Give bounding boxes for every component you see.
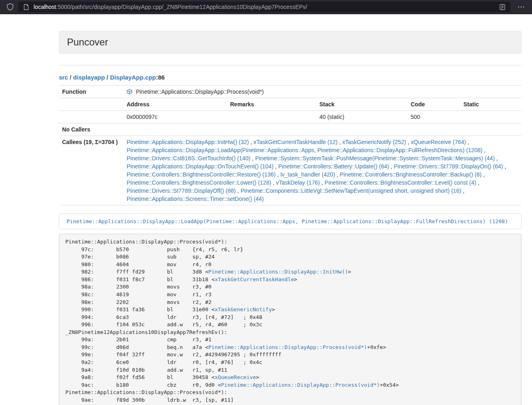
- code-symbol-link[interactable]: xQueueReceive: [215, 374, 256, 380]
- callee-separator: ,: [250, 155, 255, 162]
- callee-link[interactable]: Pinetime::Controllers::BrightnessControl…: [127, 179, 271, 186]
- static-value: [460, 111, 521, 123]
- breadcrumb-separator: /: [105, 74, 110, 81]
- callee-separator: ,: [335, 171, 340, 178]
- callee-separator: ,: [461, 187, 465, 194]
- callee-separator: ,: [271, 179, 276, 186]
- callee-separator: ,: [482, 147, 486, 153]
- function-row: Function Pinetime::Applications::Display…: [59, 86, 521, 98]
- browser-chrome: localhost:5000/path/src/displayapp/Displ…: [0, 0, 532, 14]
- callee-link[interactable]: Pinetime::Drivers::St7789::DisplayOn() (…: [394, 163, 503, 170]
- callee-link[interactable]: Pinetime::Controllers::Battery::Update()…: [278, 163, 389, 170]
- symbol-table: Function Pinetime::Applications::Display…: [59, 85, 521, 205]
- function-name: Pinetime::Applications::DisplayApp::Proc…: [136, 88, 264, 95]
- no-callers-label: No Callers: [59, 123, 123, 136]
- function-label: Function: [59, 86, 123, 98]
- callees-row: Callees (19, Σ=3704 ) Pinetime::Applicat…: [59, 136, 521, 205]
- callee-separator: ,: [466, 139, 469, 145]
- metrics-header-row: Address Remarks Stack Code Static: [59, 98, 521, 111]
- no-callers-cell: [123, 123, 521, 136]
- callee-separator: ,: [389, 163, 394, 170]
- code-symbol-link[interactable]: Pinetime::Applications::DisplayApp::Init…: [208, 269, 348, 275]
- no-callers-row: No Callers: [59, 123, 521, 136]
- url-path: :5000/path/src/displayapp/DisplayApp.cpp…: [56, 4, 307, 10]
- code-symbol-link[interactable]: Pinetime::Applications::DisplayApp::Proc…: [208, 344, 367, 350]
- breadcrumb-link-src[interactable]: src: [59, 74, 68, 81]
- column-header-static: Static: [460, 98, 521, 111]
- breadcrumb: src / displayapp / DisplayApp.cpp:86: [59, 73, 521, 82]
- callee-link[interactable]: xTaskGetCurrentTaskHandle (12): [254, 139, 338, 145]
- code-symbol-link[interactable]: Pinetime::Applications::DisplayApp::Proc…: [221, 382, 380, 388]
- page-container: Puncover src / displayapp / DisplayApp.c…: [59, 31, 521, 405]
- function-cell: Pinetime::Applications::DisplayApp::Proc…: [123, 86, 521, 98]
- callee-link[interactable]: Pinetime::Applications::Screens::Timer::…: [127, 196, 264, 202]
- callee-link[interactable]: Pinetime::Drivers::Cst816S::GetTouchInfo…: [127, 155, 250, 162]
- remarks-value: [227, 111, 316, 123]
- callee-link[interactable]: Pinetime::Applications::DisplayApp::Load…: [127, 147, 482, 153]
- callee-link[interactable]: xTaskGenericNotify (252): [342, 139, 406, 145]
- stack-value: 40 (static): [316, 111, 407, 123]
- ellipsis-menu-icon[interactable]: ⋯: [514, 3, 528, 11]
- callee-link[interactable]: Pinetime::Applications::DisplayApp::Init…: [127, 139, 249, 145]
- page-title: Puncover: [67, 37, 108, 47]
- url-text: localhost:5000/path/src/displayapp/Displ…: [34, 4, 495, 10]
- divider: [59, 65, 521, 65]
- callee-separator: ,: [476, 179, 479, 186]
- callee-separator: ,: [249, 139, 254, 145]
- metrics-value-row: 0x0000097c 40 (static) 500: [59, 111, 521, 123]
- highlighted-symbol-link[interactable]: Pinetime::Applications::DisplayApp::Load…: [67, 218, 508, 224]
- code-symbol-link[interactable]: xTaskGetCurrentTaskHandle: [215, 276, 294, 282]
- page-icon: [22, 4, 30, 10]
- code-value: 500: [407, 111, 460, 123]
- url-bar[interactable]: localhost:5000/path/src/displayapp/Displ…: [18, 2, 510, 12]
- breadcrumb-separator: /: [68, 74, 73, 81]
- callee-link[interactable]: Pinetime::Applications::DisplayApp::OnTo…: [127, 163, 274, 170]
- metrics-value-spacer: [59, 111, 123, 123]
- callee-separator: ,: [495, 155, 498, 162]
- metrics-header-spacer: [59, 98, 123, 111]
- breadcrumb-link-file[interactable]: DisplayApp.cpp: [110, 74, 156, 81]
- callee-link[interactable]: Pinetime::Controllers::BrightnessControl…: [340, 171, 481, 178]
- callee-link[interactable]: Pinetime::Components::LittleVgl::SetNewT…: [241, 187, 461, 194]
- callee-link[interactable]: Pinetime::Controllers::BrightnessControl…: [325, 179, 476, 186]
- address-value: 0x0000097c: [123, 111, 227, 123]
- function-symbol-icon: [127, 89, 132, 95]
- breadcrumb-line-number: :86: [156, 74, 165, 81]
- breadcrumb-link-displayapp[interactable]: displayapp: [73, 74, 105, 81]
- callees-list: Pinetime::Applications::DisplayApp::Init…: [123, 136, 521, 205]
- highlighted-symbol-panel: Pinetime::Applications::DisplayApp::Load…: [59, 213, 521, 229]
- column-header-code: Code: [407, 98, 460, 111]
- callee-link[interactable]: Pinetime::Controllers::BrightnessControl…: [127, 171, 276, 178]
- callee-separator: ,: [338, 139, 342, 145]
- callee-separator: ,: [236, 187, 241, 194]
- code-symbol-link[interactable]: xTaskGenericNotify: [215, 306, 272, 312]
- callee-separator: ,: [503, 163, 506, 170]
- column-header-stack: Stack: [316, 98, 407, 111]
- callee-separator: ,: [482, 171, 485, 178]
- reader-mode-icon[interactable]: [498, 4, 506, 10]
- callee-separator: ,: [406, 139, 411, 145]
- callee-link[interactable]: Pinetime::System::SystemTask::PushMessag…: [255, 155, 495, 162]
- url-host: localhost: [34, 4, 56, 10]
- callees-label: Callees (19, Σ=3704 ): [59, 136, 123, 205]
- column-header-address: Address: [123, 98, 227, 111]
- callee-link[interactable]: lv_task_handler (420): [280, 171, 335, 178]
- callee-link[interactable]: vTaskDelay (176): [276, 179, 320, 186]
- disassembly: Pinetime::Applications::DisplayApp::Proc…: [59, 234, 521, 405]
- callee-link[interactable]: Pinetime::Drivers::St7789::DisplayOff() …: [127, 187, 236, 194]
- column-header-remarks: Remarks: [227, 98, 316, 111]
- tracking-shield-icon[interactable]: [6, 3, 15, 11]
- callee-separator: ,: [320, 179, 325, 186]
- callee-link[interactable]: xQueueReceive (764): [411, 139, 466, 145]
- callee-separator: ,: [276, 171, 280, 178]
- app-header: Puncover: [59, 31, 521, 54]
- callee-separator: ,: [274, 163, 278, 170]
